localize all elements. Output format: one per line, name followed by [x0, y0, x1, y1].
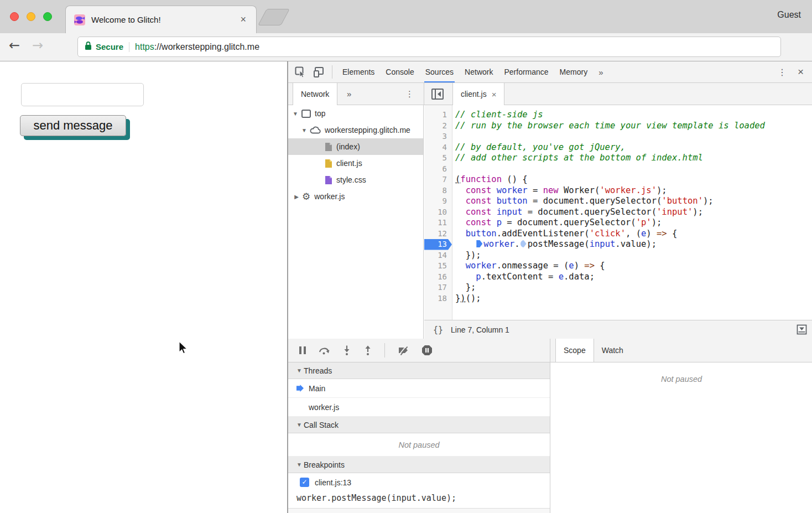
hide-navigator-icon[interactable] — [431, 87, 444, 102]
tree-item-worker-js[interactable]: ▶ ⚙ worker.js — [288, 188, 423, 205]
gutter-line-number[interactable]: 8 — [424, 185, 452, 196]
code-line[interactable]: 18})(); — [424, 293, 812, 304]
message-input[interactable] — [21, 83, 144, 106]
navigator-network-tab[interactable]: Network — [293, 83, 337, 105]
thread-item-main[interactable]: Main — [288, 379, 550, 398]
editor-tab-close-icon[interactable]: × — [492, 90, 497, 99]
step-out-icon[interactable] — [363, 345, 372, 356]
secure-lock-icon[interactable] — [85, 41, 92, 53]
inspect-element-icon[interactable] — [295, 66, 306, 77]
navigator-menu-icon[interactable]: ⋮ — [405, 83, 414, 105]
breakpoint-checkbox[interactable]: ✓ — [300, 478, 309, 487]
tab-network[interactable]: Network — [459, 61, 498, 82]
gutter-line-number[interactable]: 1 — [424, 110, 452, 121]
window-controls — [10, 12, 52, 21]
code-line[interactable]: 15 worker.onmessage = (e) => { — [424, 261, 812, 272]
url-text[interactable]: https://workerstepping.glitch.me — [135, 42, 259, 52]
code-line[interactable]: 10 const input = document.querySelector(… — [424, 207, 812, 218]
glitch-favicon-icon — [74, 14, 86, 26]
gutter-line-number[interactable]: 15 — [424, 261, 452, 272]
code-line[interactable]: 11 const p = document.querySelector('p')… — [424, 217, 812, 229]
step-location-marker-icon[interactable] — [476, 240, 482, 247]
gutter-line-number[interactable]: 17 — [424, 282, 452, 293]
tab-performance[interactable]: Performance — [498, 61, 554, 82]
code-line[interactable]: 5// add other scripts at the bottom of i… — [424, 153, 812, 164]
code-line[interactable]: 12 button.addEventListener('click', (e) … — [424, 229, 812, 240]
gutter-line-number[interactable]: 18 — [424, 293, 452, 304]
thread-item-worker[interactable]: worker.js — [288, 398, 550, 417]
step-location-marker-icon[interactable] — [520, 240, 527, 247]
gutter-line-number[interactable]: 4 — [424, 142, 452, 153]
new-tab-button[interactable] — [258, 9, 290, 25]
gutter-line-number[interactable]: 11 — [424, 217, 452, 229]
back-button[interactable]: ← — [9, 38, 20, 53]
tree-collapsed-icon[interactable]: ▶ — [293, 194, 300, 200]
gutter-line-number[interactable]: 10 — [424, 207, 452, 218]
code-line[interactable]: 8 const worker = new Worker('worker.js')… — [424, 185, 812, 196]
address-bar[interactable]: Secure https://workerstepping.glitch.me — [77, 37, 781, 57]
tree-item-index[interactable]: (index) — [288, 138, 423, 155]
gutter-line-number[interactable]: 9 — [424, 196, 452, 207]
close-window-button[interactable] — [10, 12, 19, 21]
gutter-line-number[interactable]: 14 — [424, 250, 452, 261]
tree-item-top[interactable]: ▼ top — [288, 105, 423, 122]
tree-expanded-icon[interactable]: ▼ — [301, 127, 308, 133]
tab-scope[interactable]: Scope — [555, 339, 594, 362]
call-stack-section-header[interactable]: ▼ Call Stack — [288, 417, 550, 433]
browser-window: Welcome to Glitch! × Guest ← → Secure ht… — [0, 0, 812, 513]
code-line[interactable]: 3 — [424, 131, 812, 142]
profile-name[interactable]: Guest — [777, 10, 801, 20]
gutter-line-number[interactable]: 5 — [424, 153, 452, 164]
device-toolbar-icon[interactable] — [313, 66, 324, 77]
code-line[interactable]: 4// by default, you've got jQuery, — [424, 142, 812, 153]
pretty-print-icon[interactable]: {} — [433, 325, 443, 335]
gutter-line-number[interactable]: 6 — [424, 164, 452, 175]
code-line[interactable]: 14 }); — [424, 250, 812, 261]
tree-item-style-css[interactable]: style.css — [288, 172, 423, 188]
code-line[interactable]: 1// client-side js — [424, 110, 812, 121]
navigator-more-tabs-icon[interactable]: » — [347, 83, 351, 105]
breakpoints-section-header[interactable]: ▼ Breakpoints — [288, 457, 550, 473]
deactivate-breakpoints-icon[interactable] — [397, 345, 409, 355]
minimize-window-button[interactable] — [27, 12, 35, 21]
code-line[interactable]: 2// run by the browser each time your vi… — [424, 121, 812, 132]
toggle-breakpoints-dock-icon[interactable] — [797, 324, 807, 335]
browser-tab[interactable]: Welcome to Glitch! × — [65, 6, 257, 33]
tab-console[interactable]: Console — [380, 61, 419, 82]
gutter-line-number[interactable]: 12 — [424, 229, 452, 240]
code-line[interactable]: 16 p.textContent = e.data; — [424, 272, 812, 283]
editor-tab-client-js[interactable]: client.js × — [452, 83, 504, 105]
gutter-line-number[interactable]: 3 — [424, 131, 452, 142]
tab-close-icon[interactable]: × — [238, 14, 248, 25]
step-into-icon[interactable] — [342, 345, 351, 356]
code-line[interactable]: 7(function () { — [424, 174, 812, 185]
code-line[interactable]: 13 worker.postMessage(input.value); — [424, 239, 812, 250]
pause-script-icon[interactable] — [299, 346, 306, 354]
gutter-line-number[interactable]: 16 — [424, 272, 452, 283]
breakpoint-code-snippet[interactable]: worker.postMessage(input.value); — [288, 491, 550, 506]
tab-memory[interactable]: Memory — [554, 61, 594, 82]
breakpoint-entry[interactable]: ✓ client.js:13 — [288, 473, 550, 491]
pause-on-exceptions-icon[interactable] — [421, 345, 433, 356]
document-icon — [325, 142, 332, 152]
gutter-line-number[interactable]: 2 — [424, 121, 452, 132]
code-line[interactable]: 9 const button = document.querySelector(… — [424, 196, 812, 207]
zoom-window-button[interactable] — [43, 12, 52, 21]
tab-watch[interactable]: Watch — [594, 339, 631, 362]
secure-label: Secure — [96, 42, 123, 51]
gutter-line-number[interactable]: 7 — [424, 174, 452, 185]
send-message-button[interactable]: send message — [20, 115, 126, 136]
tab-sources[interactable]: Sources — [420, 61, 459, 82]
code-line[interactable]: 17 }; — [424, 282, 812, 293]
step-over-icon[interactable] — [318, 345, 330, 355]
devtools-menu-icon[interactable]: ⋮ — [769, 67, 795, 77]
code-line[interactable]: 6 — [424, 164, 812, 175]
breakpoint-line-number[interactable]: 13 — [424, 239, 452, 250]
tree-item-client-js[interactable]: client.js — [288, 155, 423, 172]
devtools-close-icon[interactable]: × — [795, 66, 812, 78]
tree-expanded-icon[interactable]: ▼ — [292, 111, 299, 117]
more-panels-icon[interactable]: » — [593, 68, 608, 77]
tree-item-origin[interactable]: ▼ workerstepping.glitch.me — [288, 122, 423, 138]
tab-elements[interactable]: Elements — [337, 61, 380, 82]
threads-section-header[interactable]: ▼ Threads — [288, 362, 550, 379]
